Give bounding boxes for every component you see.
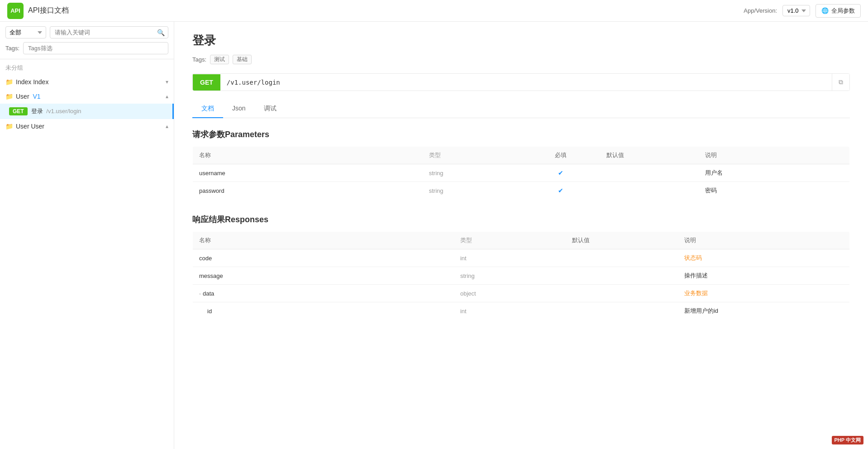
category-select[interactable]: 全部	[5, 26, 46, 38]
res-row4-desc: 新增用户的id	[678, 302, 850, 320]
nav-group-header: 未分组	[0, 59, 174, 75]
request-table-header-row: 名称 类型 必填 默认值 说明	[193, 147, 850, 164]
table-row: id int 新增用户的id	[193, 302, 850, 320]
req-header-type: 类型	[423, 147, 521, 164]
res-row1-default	[566, 249, 678, 267]
res-header-name: 名称	[193, 232, 454, 249]
req-row1-type: string	[423, 164, 521, 182]
res-row1-name: code	[193, 249, 454, 267]
user-v1-group-name: User	[16, 93, 29, 100]
folder-icon-user-v1: 📁	[5, 93, 13, 100]
res-row4-default	[566, 302, 678, 320]
req-row2-name: password	[193, 182, 423, 200]
check-icon: ✔	[558, 187, 563, 194]
header-right: App/Version: v1.0 🌐 全局参数	[744, 4, 861, 18]
req-header-required: 必填	[521, 147, 600, 164]
nav-item-user-label: User User	[16, 123, 44, 130]
chevron-down-icon-index: ▾	[166, 79, 168, 85]
page-title: 登录	[192, 33, 850, 48]
req-row2-required: ✔	[521, 182, 600, 200]
table-row: code int 状态码	[193, 249, 850, 267]
global-params-label: 全局参数	[831, 7, 855, 15]
table-row: -data object 业务数据	[193, 285, 850, 302]
req-header-desc: 说明	[699, 147, 850, 164]
res-row2-type: string	[454, 267, 566, 285]
nav-item-user-v1-label: User V1	[16, 93, 41, 100]
response-section-title: 响应结果Responses	[192, 214, 850, 225]
index-group-version: Index	[33, 78, 48, 86]
desc-text: 业务数据	[684, 290, 708, 296]
res-row3-name: -data	[193, 285, 454, 302]
req-header-default: 默认值	[600, 147, 699, 164]
tag-badge-basic: 基础	[233, 55, 252, 64]
sidebar-filters: 全部 🔍 Tags:	[0, 22, 174, 59]
watermark-text: PHP 中文网	[835, 437, 861, 443]
res-row4-name: id	[193, 302, 454, 320]
search-icon[interactable]: 🔍	[157, 29, 165, 36]
tags-display-label: Tags:	[192, 56, 206, 63]
desc-text: 状态码	[684, 254, 702, 261]
table-row: username string ✔ 用户名	[193, 164, 850, 182]
main-layout: 全部 🔍 Tags: 未分组 📁 Index In	[0, 22, 868, 449]
global-params-button[interactable]: 🌐 全局参数	[816, 4, 861, 18]
endpoint-path: /v1.user/login	[220, 74, 832, 91]
req-row1-default	[600, 164, 699, 182]
req-row2-desc: 密码	[699, 182, 850, 200]
res-header-default: 默认值	[566, 232, 678, 249]
res-row3-default	[566, 285, 678, 302]
req-row1-required: ✔	[521, 164, 600, 182]
res-row4-type: int	[454, 302, 566, 320]
check-icon: ✔	[558, 169, 563, 177]
res-row2-name: message	[193, 267, 454, 285]
res-row1-type: int	[454, 249, 566, 267]
user-group-name: User	[16, 123, 29, 130]
nav-item-user[interactable]: 📁 User User ▴	[0, 119, 174, 134]
user-group-version: User	[31, 123, 44, 130]
res-row2-desc: 操作描述	[678, 267, 850, 285]
nav-tree: 未分组 📁 Index Index ▾ 📁 User V1 ▴	[0, 59, 174, 449]
nav-sub-item-login[interactable]: GET 登录 /v1.user/login	[0, 104, 174, 119]
sidebar: 全部 🔍 Tags: 未分组 📁 Index In	[0, 22, 174, 449]
tags-filter-label: Tags:	[5, 45, 19, 52]
chevron-up-icon-user-v1: ▴	[166, 93, 168, 100]
folder-icon-user: 📁	[5, 123, 13, 130]
res-row3-type: object	[454, 285, 566, 302]
res-row2-default	[566, 267, 678, 285]
tab-test[interactable]: 调试	[255, 100, 286, 118]
req-header-name: 名称	[193, 147, 423, 164]
search-input[interactable]	[50, 26, 168, 38]
desc-text: 新增用户的id	[684, 307, 718, 314]
request-section-title: 请求参数Parameters	[192, 129, 850, 140]
nav-item-index[interactable]: 📁 Index Index ▾	[0, 75, 174, 89]
res-header-type: 类型	[454, 232, 566, 249]
tab-doc[interactable]: 文档	[192, 100, 223, 118]
req-row1-desc: 用户名	[699, 164, 850, 182]
nav-sub-item-login-path: /v1.user/login	[45, 108, 81, 115]
folder-icon-index: 📁	[5, 78, 13, 86]
response-table: 名称 类型 默认值 说明 code int 状态码 message string	[192, 231, 850, 320]
filter-row: 全部 🔍	[5, 26, 168, 38]
header-title: API接口文档	[28, 6, 69, 15]
nav-item-user-v1[interactable]: 📁 User V1 ▴	[0, 89, 174, 104]
nav-item-index-label: Index Index	[16, 78, 48, 86]
chevron-up-icon-user: ▴	[166, 123, 168, 129]
tags-display: Tags: 测试 基础	[192, 55, 850, 64]
copy-icon[interactable]: ⧉	[832, 74, 849, 91]
nav-sub-item-login-label: 登录 /v1.user/login	[31, 107, 81, 115]
tags-filter-row: Tags:	[5, 42, 168, 54]
response-table-header-row: 名称 类型 默认值 说明	[193, 232, 850, 249]
header-left: API API接口文档	[7, 3, 69, 19]
endpoint-method: GET	[193, 74, 220, 91]
res-row1-desc: 状态码	[678, 249, 850, 267]
header: API API接口文档 App/Version: v1.0 🌐 全局参数	[0, 0, 868, 22]
version-select[interactable]: v1.0	[782, 5, 810, 16]
table-row: message string 操作描述	[193, 267, 850, 285]
group-label: 未分组	[5, 64, 23, 72]
expand-icon[interactable]: -	[199, 291, 201, 297]
req-row2-default	[600, 182, 699, 200]
method-badge-get: GET	[9, 107, 28, 115]
tags-filter-input[interactable]	[23, 42, 168, 54]
version-label: App/Version:	[744, 7, 777, 14]
req-row2-type: string	[423, 182, 521, 200]
tab-json[interactable]: Json	[223, 100, 255, 118]
